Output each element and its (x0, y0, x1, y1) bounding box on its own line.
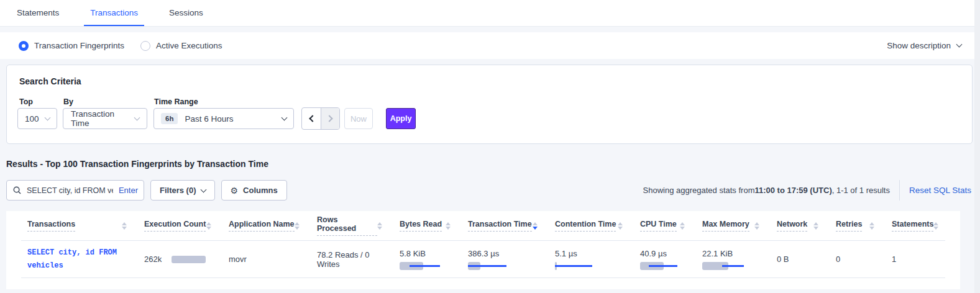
column-header-max-memory[interactable]: Max Memory (696, 220, 771, 232)
chevron-down-icon (45, 114, 51, 120)
retries-cell: 0 (830, 255, 886, 264)
bytes-read-bar (400, 262, 462, 270)
top-select-value: 100 (25, 114, 39, 124)
time-range-field-label: Time Range (154, 97, 198, 106)
column-header-retries[interactable]: Retries (830, 220, 886, 232)
tab-statements[interactable]: Statements (11, 0, 65, 26)
cpu-time-cell: 40.9 µs (634, 249, 696, 270)
sort-icon (618, 222, 623, 230)
by-select-value: Transaction Time (71, 109, 135, 128)
vertical-divider (899, 180, 900, 201)
transaction-fingerprint-link[interactable]: SELECT city, id FROM vehicles (27, 246, 127, 272)
chevron-down-icon (282, 114, 288, 120)
chevron-down-icon (134, 114, 140, 120)
contention-time-cell: 5.1 µs (549, 249, 634, 270)
execution-count-value: 262k (144, 255, 162, 264)
column-header-execution-count[interactable]: Execution Count (138, 220, 222, 232)
column-header-cpu-time[interactable]: CPU Time (634, 220, 696, 232)
rows-processed-cell: 78.2 Reads / 0 Writes (311, 250, 393, 269)
sort-icon (295, 222, 300, 230)
results-controls-row: Enter Filters (0) ⚙ Columns Showing aggr… (6, 180, 971, 201)
radio-transaction-fingerprints[interactable]: Transaction Fingerprints (19, 41, 124, 51)
chevron-down-icon (200, 187, 206, 193)
top-field-label: Top (19, 97, 33, 106)
chevron-down-icon (956, 42, 963, 48)
column-header-application-name[interactable]: Application Name (222, 220, 311, 232)
scrollbar-track[interactable] (974, 0, 980, 293)
sql-search-input[interactable] (25, 186, 114, 196)
by-select[interactable]: Transaction Time (63, 108, 147, 129)
column-header-transactions[interactable]: Transactions (21, 220, 138, 232)
sort-icon (933, 222, 938, 230)
aggregated-stats-text: Showing aggregated stats from 11:00 to 1… (643, 186, 890, 195)
transaction-time-cell: 386.3 µs (462, 249, 549, 270)
search-enter-button[interactable]: Enter (119, 186, 138, 195)
max-memory-cell: 22.1 KiB (696, 249, 771, 270)
radio-active-executions[interactable]: Active Executions (140, 41, 222, 51)
tab-sessions[interactable]: Sessions (163, 0, 209, 26)
column-header-bytes-read[interactable]: Bytes Read (393, 220, 462, 232)
application-name-cell: movr (222, 255, 311, 264)
next-time-range-button[interactable] (321, 108, 339, 129)
sort-icon (813, 222, 818, 230)
stats-time-range: 11:00 to 17:59 (UTC) (754, 186, 831, 195)
tab-transactions[interactable]: Transactions (84, 0, 144, 26)
columns-button-label: Columns (243, 186, 278, 195)
sort-icon (680, 222, 685, 230)
table-row: SELECT city, id FROM vehicles 262k movr … (21, 241, 945, 278)
network-cell: 0 B (771, 255, 830, 264)
chevron-left-icon (309, 115, 316, 122)
radio-label: Active Executions (156, 41, 222, 50)
sort-icon (122, 222, 127, 230)
stats-suffix: , 1-1 of 1 results (832, 186, 890, 195)
search-icon (13, 186, 21, 194)
sort-desc-icon (533, 222, 538, 230)
results-table: Transactions Execution Count Application… (6, 211, 960, 289)
radio-selected-icon (19, 41, 29, 51)
reset-sql-stats-link[interactable]: Reset SQL Stats (909, 186, 971, 195)
show-description-toggle[interactable]: Show description (887, 41, 961, 50)
top-select[interactable]: 100 (17, 108, 57, 129)
now-button[interactable]: Now (344, 108, 373, 129)
time-range-value: Past 6 Hours (185, 114, 233, 124)
radio-label: Transaction Fingerprints (34, 41, 124, 50)
sort-icon (446, 222, 451, 230)
time-range-pager (301, 107, 340, 130)
transaction-time-bar (468, 262, 530, 270)
columns-button[interactable]: ⚙ Columns (221, 180, 287, 201)
sort-icon (206, 222, 211, 230)
statements-cell: 1 (886, 255, 945, 264)
column-header-network[interactable]: Network (771, 220, 830, 232)
page-tabs: Statements Transactions Sessions (0, 0, 980, 27)
bytes-read-cell: 5.8 KiB (393, 249, 462, 270)
chevron-right-icon (326, 115, 332, 122)
results-heading: Results - Top 100 Transaction Fingerprin… (6, 159, 268, 169)
apply-button[interactable]: Apply (386, 108, 416, 129)
view-toggle-row: Transaction Fingerprints Active Executio… (0, 32, 980, 59)
column-header-rows-processed[interactable]: Rows Processed (311, 215, 393, 236)
stats-prefix: Showing aggregated stats from (643, 186, 755, 195)
time-range-select[interactable]: 6h Past 6 Hours (153, 108, 294, 129)
contention-time-bar (555, 262, 617, 270)
sql-search-box[interactable]: Enter (6, 180, 144, 201)
execution-count-bar (172, 256, 209, 263)
gear-icon: ⚙ (231, 186, 239, 196)
sort-icon (754, 222, 759, 230)
column-header-transaction-time[interactable]: Transaction Time (462, 220, 549, 232)
search-criteria-card: Search Criteria Top By Time Range 100 Tr… (6, 65, 973, 144)
previous-time-range-button[interactable] (302, 108, 321, 129)
show-description-label: Show description (887, 41, 951, 50)
column-header-statements[interactable]: Statements (886, 220, 950, 232)
table-header-row: Transactions Execution Count Application… (21, 211, 945, 241)
radio-unselected-icon (140, 41, 150, 51)
filters-button[interactable]: Filters (0) (150, 180, 215, 201)
search-criteria-title: Search Criteria (19, 76, 81, 86)
column-header-contention-time[interactable]: Contention Time (549, 220, 634, 232)
sort-icon (869, 222, 874, 230)
filters-button-label: Filters (0) (160, 186, 196, 195)
time-range-badge: 6h (161, 113, 178, 124)
sort-icon (377, 222, 382, 230)
by-field-label: By (63, 97, 73, 106)
execution-count-cell: 262k (138, 255, 222, 264)
cpu-time-bar (640, 262, 702, 270)
